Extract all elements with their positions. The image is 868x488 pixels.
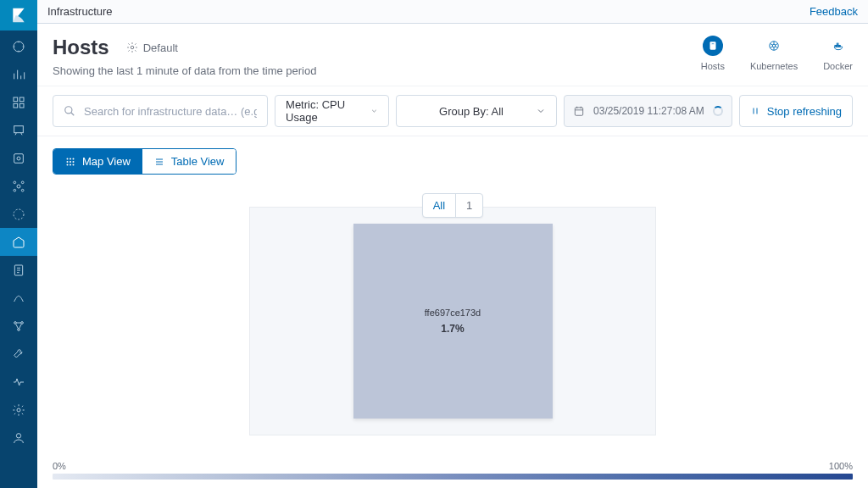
sidebar-item-visualize[interactable] — [0, 60, 37, 88]
view-toggle: Map View Table View — [53, 148, 236, 175]
stop-label: Stop refreshing — [767, 105, 842, 118]
svg-point-11 — [14, 189, 16, 191]
legend-max: 100% — [829, 461, 853, 471]
feedback-link[interactable]: Feedback — [810, 5, 858, 18]
loading-spinner-icon — [713, 106, 723, 116]
tab-label: Kubernetes — [750, 61, 798, 71]
svg-point-33 — [73, 158, 75, 159]
gear-icon — [126, 42, 138, 53]
sidebar-item-management[interactable] — [0, 396, 37, 424]
svg-point-20 — [131, 46, 134, 49]
map-view-button[interactable]: Map View — [53, 149, 142, 174]
svg-rect-3 — [14, 103, 18, 108]
sidebar-item-monitoring[interactable] — [0, 368, 37, 396]
svg-point-38 — [70, 164, 71, 165]
svg-point-29 — [65, 107, 72, 114]
svg-point-32 — [70, 158, 71, 159]
svg-rect-28 — [837, 43, 838, 45]
legend-gradient — [53, 474, 853, 480]
svg-point-13 — [14, 209, 24, 219]
view-label: Table View — [171, 155, 225, 168]
svg-point-37 — [67, 164, 69, 165]
calendar-icon — [573, 105, 585, 117]
tab-hosts[interactable]: Hosts — [701, 36, 725, 71]
group-tab[interactable]: All 1 — [422, 193, 484, 218]
host-name: ffe697ce173d — [425, 308, 481, 318]
sidebar-item-uptime[interactable] — [0, 312, 37, 340]
stop-refresh-button[interactable]: Stop refreshing — [739, 95, 853, 127]
config-label: Default — [143, 42, 178, 54]
sidebar-item-user[interactable] — [0, 424, 37, 452]
svg-point-16 — [21, 321, 24, 324]
date-value: 03/25/2019 11:27:08 AM — [593, 105, 704, 117]
sidebar-item-devtools[interactable] — [0, 340, 37, 368]
svg-rect-6 — [14, 153, 24, 163]
svg-rect-2 — [19, 97, 24, 102]
tab-label: Docker — [823, 61, 853, 71]
search-input[interactable] — [84, 105, 257, 118]
groupby-label: Group By: All — [439, 105, 504, 118]
search-input-container[interactable] — [53, 95, 268, 127]
svg-point-34 — [67, 161, 69, 163]
topbar: Infrastructure Feedback — [37, 0, 868, 24]
tab-kubernetes[interactable]: Kubernetes — [750, 36, 798, 71]
svg-point-18 — [17, 408, 20, 412]
sidebar-item-discover[interactable] — [0, 32, 37, 60]
chevron-down-icon — [536, 106, 546, 116]
sidebar-item-logs[interactable] — [0, 256, 37, 284]
legend-min: 0% — [53, 461, 66, 471]
kibana-logo[interactable] — [0, 0, 37, 30]
svg-point-31 — [67, 158, 69, 159]
svg-point-17 — [18, 328, 20, 330]
legend: 0% 100% — [37, 456, 868, 488]
list-icon — [154, 157, 164, 167]
svg-point-0 — [14, 42, 24, 52]
metric-label: Metric: CPU Usage — [286, 98, 355, 124]
view-label: Map View — [82, 155, 131, 168]
host-metric-value: 1.7% — [441, 323, 464, 335]
group-count: 1 — [456, 194, 482, 217]
svg-point-35 — [70, 161, 71, 163]
svg-point-7 — [17, 157, 20, 160]
svg-point-8 — [17, 185, 20, 188]
pause-icon — [750, 106, 760, 116]
svg-rect-1 — [14, 97, 18, 102]
sidebar-item-infrastructure[interactable] — [0, 228, 37, 256]
groupby-dropdown[interactable]: Group By: All — [396, 95, 557, 127]
svg-point-39 — [73, 164, 75, 165]
svg-point-36 — [73, 161, 75, 163]
page-title: Hosts — [53, 36, 109, 59]
kubernetes-icon — [768, 40, 780, 52]
svg-rect-22 — [711, 43, 715, 44]
breadcrumb[interactable]: Infrastructure — [47, 5, 113, 18]
svg-point-15 — [14, 321, 17, 324]
svg-point-10 — [21, 181, 24, 184]
sidebar-item-dashboard[interactable] — [0, 88, 37, 116]
sidebar-item-graph[interactable] — [0, 200, 37, 228]
table-view-button[interactable]: Table View — [142, 149, 236, 174]
tab-docker[interactable]: Docker — [823, 36, 853, 71]
svg-rect-30 — [575, 108, 582, 115]
svg-point-19 — [16, 433, 20, 437]
sidebar — [0, 0, 37, 488]
header-subtitle: Showing the last 1 minute of data from t… — [53, 64, 316, 77]
sidebar-item-canvas[interactable] — [0, 116, 37, 144]
svg-rect-21 — [709, 42, 715, 49]
svg-point-24 — [772, 44, 776, 47]
svg-point-12 — [21, 189, 24, 191]
grid-icon — [65, 157, 75, 167]
host-tile[interactable]: ffe697ce173d 1.7% — [353, 224, 553, 419]
config-selector[interactable]: Default — [126, 42, 178, 54]
sidebar-item-maps[interactable] — [0, 144, 37, 172]
storage-icon — [707, 40, 719, 52]
chevron-down-icon — [370, 106, 378, 116]
svg-rect-4 — [19, 103, 24, 108]
group-label: All — [423, 194, 456, 217]
sidebar-item-apm[interactable] — [0, 284, 37, 312]
sidebar-item-ml[interactable] — [0, 172, 37, 200]
tab-label: Hosts — [701, 61, 725, 71]
metric-dropdown[interactable]: Metric: CPU Usage — [275, 95, 389, 127]
svg-point-9 — [14, 181, 16, 184]
date-picker[interactable]: 03/25/2019 11:27:08 AM — [564, 95, 732, 127]
docker-icon — [832, 40, 844, 52]
